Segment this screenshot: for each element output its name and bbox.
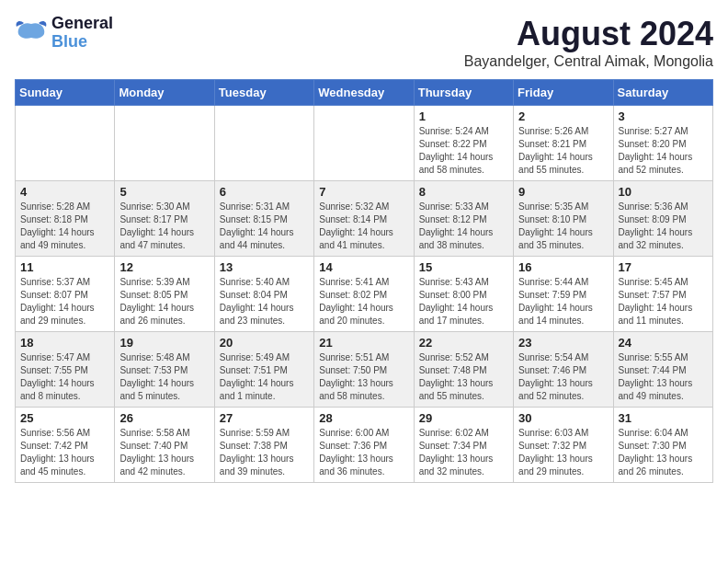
calendar-cell: 10Sunrise: 5:36 AM Sunset: 8:09 PM Dayli… — [613, 181, 712, 257]
day-number: 30 — [518, 411, 608, 425]
day-number: 26 — [119, 411, 209, 425]
calendar-cell: 19Sunrise: 5:48 AM Sunset: 7:53 PM Dayli… — [115, 332, 214, 408]
day-info: Sunrise: 5:44 AM Sunset: 7:59 PM Dayligh… — [518, 276, 608, 327]
calendar-cell: 17Sunrise: 5:45 AM Sunset: 7:57 PM Dayli… — [613, 257, 712, 332]
calendar-cell: 31Sunrise: 6:04 AM Sunset: 7:30 PM Dayli… — [613, 408, 712, 483]
day-number: 20 — [220, 336, 309, 350]
day-number: 12 — [119, 260, 209, 274]
title-block: August 2024 Bayandelger, Central Aimak, … — [464, 15, 713, 70]
day-number: 3 — [619, 109, 708, 123]
calendar-cell: 25Sunrise: 5:56 AM Sunset: 7:42 PM Dayli… — [16, 408, 115, 483]
calendar-cell: 13Sunrise: 5:40 AM Sunset: 8:04 PM Dayli… — [214, 257, 313, 332]
calendar-week-4: 18Sunrise: 5:47 AM Sunset: 7:55 PM Dayli… — [16, 332, 713, 408]
day-number: 21 — [319, 336, 408, 350]
header-thursday: Thursday — [414, 80, 513, 106]
calendar-week-1: 1Sunrise: 5:24 AM Sunset: 8:22 PM Daylig… — [16, 106, 713, 181]
day-info: Sunrise: 5:58 AM Sunset: 7:40 PM Dayligh… — [119, 427, 209, 478]
day-info: Sunrise: 5:59 AM Sunset: 7:38 PM Dayligh… — [220, 427, 309, 478]
calendar-cell: 11Sunrise: 5:37 AM Sunset: 8:07 PM Dayli… — [16, 257, 115, 332]
day-info: Sunrise: 5:24 AM Sunset: 8:22 PM Dayligh… — [419, 125, 508, 177]
day-info: Sunrise: 5:54 AM Sunset: 7:46 PM Dayligh… — [518, 351, 608, 403]
day-info: Sunrise: 6:00 AM Sunset: 7:36 PM Dayligh… — [319, 427, 408, 478]
day-info: Sunrise: 5:26 AM Sunset: 8:21 PM Dayligh… — [518, 125, 608, 177]
calendar-cell: 15Sunrise: 5:43 AM Sunset: 8:00 PM Dayli… — [414, 257, 513, 332]
day-number: 1 — [419, 109, 508, 123]
calendar-cell: 4Sunrise: 5:28 AM Sunset: 8:18 PM Daylig… — [16, 181, 115, 257]
day-number: 22 — [419, 336, 508, 350]
day-info: Sunrise: 6:02 AM Sunset: 7:34 PM Dayligh… — [419, 427, 508, 478]
day-number: 18 — [20, 336, 109, 350]
day-number: 6 — [220, 185, 309, 199]
logo-text: General Blue — [51, 15, 113, 52]
day-number: 14 — [319, 260, 408, 274]
calendar-cell: 28Sunrise: 6:00 AM Sunset: 7:36 PM Dayli… — [314, 408, 414, 483]
day-info: Sunrise: 5:32 AM Sunset: 8:14 PM Dayligh… — [319, 201, 408, 252]
calendar-cell: 2Sunrise: 5:26 AM Sunset: 8:21 PM Daylig… — [514, 106, 613, 181]
day-number: 29 — [419, 411, 508, 425]
calendar-cell: 5Sunrise: 5:30 AM Sunset: 8:17 PM Daylig… — [115, 181, 214, 257]
calendar-cell: 27Sunrise: 5:59 AM Sunset: 7:38 PM Dayli… — [214, 408, 313, 483]
day-info: Sunrise: 5:43 AM Sunset: 8:00 PM Dayligh… — [419, 276, 508, 327]
day-number: 9 — [518, 185, 608, 199]
calendar-cell: 29Sunrise: 6:02 AM Sunset: 7:34 PM Dayli… — [414, 408, 513, 483]
calendar-subtitle: Bayandelger, Central Aimak, Mongolia — [464, 53, 713, 70]
day-number: 25 — [20, 411, 109, 425]
day-number: 13 — [220, 260, 309, 274]
day-number: 5 — [119, 185, 209, 199]
calendar-cell: 21Sunrise: 5:51 AM Sunset: 7:50 PM Dayli… — [314, 332, 414, 408]
header-wednesday: Wednesday — [314, 80, 414, 106]
day-info: Sunrise: 5:37 AM Sunset: 8:07 PM Dayligh… — [20, 276, 109, 327]
calendar-cell: 3Sunrise: 5:27 AM Sunset: 8:20 PM Daylig… — [613, 106, 712, 181]
header-saturday: Saturday — [613, 80, 712, 106]
day-info: Sunrise: 5:31 AM Sunset: 8:15 PM Dayligh… — [220, 201, 309, 252]
calendar-cell: 22Sunrise: 5:52 AM Sunset: 7:48 PM Dayli… — [414, 332, 513, 408]
calendar-week-3: 11Sunrise: 5:37 AM Sunset: 8:07 PM Dayli… — [16, 257, 713, 332]
day-number: 2 — [518, 109, 608, 123]
calendar-week-2: 4Sunrise: 5:28 AM Sunset: 8:18 PM Daylig… — [16, 181, 713, 257]
calendar-header-row: SundayMondayTuesdayWednesdayThursdayFrid… — [16, 80, 713, 106]
day-number: 24 — [619, 336, 708, 350]
day-info: Sunrise: 5:28 AM Sunset: 8:18 PM Dayligh… — [20, 201, 109, 252]
day-number: 10 — [619, 185, 708, 199]
day-number: 11 — [20, 260, 109, 274]
header-friday: Friday — [514, 80, 613, 106]
day-info: Sunrise: 6:03 AM Sunset: 7:32 PM Dayligh… — [518, 427, 608, 478]
calendar-cell: 12Sunrise: 5:39 AM Sunset: 8:05 PM Dayli… — [115, 257, 214, 332]
day-number: 4 — [20, 185, 109, 199]
day-info: Sunrise: 5:36 AM Sunset: 8:09 PM Dayligh… — [619, 201, 708, 252]
day-number: 28 — [319, 411, 408, 425]
day-number: 7 — [319, 185, 408, 199]
calendar-cell: 9Sunrise: 5:35 AM Sunset: 8:10 PM Daylig… — [514, 181, 613, 257]
day-info: Sunrise: 5:27 AM Sunset: 8:20 PM Dayligh… — [619, 125, 708, 177]
logo-icon — [15, 19, 48, 47]
calendar-cell: 1Sunrise: 5:24 AM Sunset: 8:22 PM Daylig… — [414, 106, 513, 181]
logo: General Blue — [15, 15, 113, 52]
day-info: Sunrise: 5:30 AM Sunset: 8:17 PM Dayligh… — [119, 201, 209, 252]
day-info: Sunrise: 5:51 AM Sunset: 7:50 PM Dayligh… — [319, 351, 408, 403]
day-info: Sunrise: 5:35 AM Sunset: 8:10 PM Dayligh… — [518, 201, 608, 252]
calendar-cell: 18Sunrise: 5:47 AM Sunset: 7:55 PM Dayli… — [16, 332, 115, 408]
day-number: 31 — [619, 411, 708, 425]
calendar-cell — [214, 106, 313, 181]
calendar-cell: 14Sunrise: 5:41 AM Sunset: 8:02 PM Dayli… — [314, 257, 414, 332]
day-info: Sunrise: 5:41 AM Sunset: 8:02 PM Dayligh… — [319, 276, 408, 327]
calendar-cell: 6Sunrise: 5:31 AM Sunset: 8:15 PM Daylig… — [214, 181, 313, 257]
calendar-cell: 8Sunrise: 5:33 AM Sunset: 8:12 PM Daylig… — [414, 181, 513, 257]
calendar-cell — [16, 106, 115, 181]
day-number: 23 — [518, 336, 608, 350]
day-number: 16 — [518, 260, 608, 274]
day-info: Sunrise: 5:33 AM Sunset: 8:12 PM Dayligh… — [419, 201, 508, 252]
calendar-cell: 26Sunrise: 5:58 AM Sunset: 7:40 PM Dayli… — [115, 408, 214, 483]
calendar-cell: 30Sunrise: 6:03 AM Sunset: 7:32 PM Dayli… — [514, 408, 613, 483]
day-number: 27 — [220, 411, 309, 425]
day-info: Sunrise: 5:52 AM Sunset: 7:48 PM Dayligh… — [419, 351, 508, 403]
day-info: Sunrise: 5:45 AM Sunset: 7:57 PM Dayligh… — [619, 276, 708, 327]
calendar-cell: 23Sunrise: 5:54 AM Sunset: 7:46 PM Dayli… — [514, 332, 613, 408]
day-number: 8 — [419, 185, 508, 199]
calendar-cell: 20Sunrise: 5:49 AM Sunset: 7:51 PM Dayli… — [214, 332, 313, 408]
calendar-cell: 7Sunrise: 5:32 AM Sunset: 8:14 PM Daylig… — [314, 181, 414, 257]
day-info: Sunrise: 5:40 AM Sunset: 8:04 PM Dayligh… — [220, 276, 309, 327]
day-info: Sunrise: 5:56 AM Sunset: 7:42 PM Dayligh… — [20, 427, 109, 478]
day-info: Sunrise: 5:49 AM Sunset: 7:51 PM Dayligh… — [220, 351, 309, 403]
day-number: 17 — [619, 260, 708, 274]
